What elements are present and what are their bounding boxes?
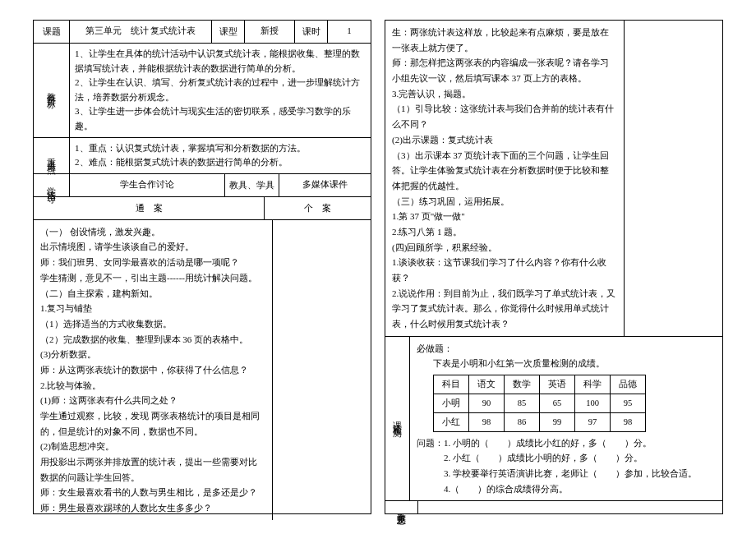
line: (3)分析数据。 [40,347,265,362]
question-4: 4.（ ）的综合成绩得分高。 [417,481,716,497]
plan-case-label: 个 案 [265,197,371,219]
plan-main-content: （一） 创设情境，激发兴趣。 出示情境图，请学生谈谈自己的爱好。 师：我们班男、… [34,220,273,520]
question-1: 问题：1. 小明的（ ）成绩比小红的好，多（ ）分。 [417,435,716,451]
cell: 97 [575,412,611,431]
score-table: 科目 语文 数学 英语 科学 品德 小明 90 85 65 100 95 [433,375,646,432]
question-3: 3. 学校要举行英语演讲比赛，老师让（ ）参加，比较合适。 [417,466,716,481]
line: 学生猜测，意见不一，引出主题------用统计解决问题。 [40,270,265,286]
line: 2.说说作用：到目前为止，我们既学习了单式统计表，又学习了复式统计表。那么，你觉… [392,286,617,332]
line: (2)出示课题：复式统计表 [392,132,617,148]
row2-name: 小红 [434,412,469,431]
period-value: 1 [328,21,371,43]
keypoint-2: 2、难点：能根据复式统计表的数据进行简单的分析。 [75,155,366,170]
line: （三）练习巩固，运用拓展。 [392,194,617,209]
line: 2.比较与体验。 [40,378,265,394]
check-content: 必做题： 下表是小明和小红第一次质量检测的成绩。 科目 语文 数学 英语 科学 … [410,337,722,501]
cell: 98 [469,412,505,431]
line: （1）引导比较：这张统计表与我们合并前的统计表有什么不同？ [392,101,617,131]
header-row: 课题 第三单元 统计 复式统计表 课型 新授 课时 1 [34,21,371,44]
keypoints-content: 1、重点：认识复式统计表，掌握填写和分析数据的方法。 2、难点：能根据复式统计表… [70,138,371,173]
th-english: 英语 [540,375,575,394]
reflect-row: 教学反思 [385,501,722,513]
line: （二）自主探索，建构新知。 [40,286,265,302]
type-label: 课型 [212,21,245,43]
method-label: 学法指导 [45,180,58,190]
cell: 99 [540,412,575,431]
reflect-label: 教学反思 [395,506,408,509]
objective-1: 1、让学生在具体的统计活动中认识复式统计表，能根据收集、整理的数据填写统计表，并… [75,47,366,76]
keypoints-label: 重点难点 [45,150,58,160]
plan-header-row: 通 案 个 案 [34,197,371,220]
lesson-plan-right: 生：两张统计表这样放，比较起来有点麻烦，要是放在一张表上就方便了。 师：那怎样把… [385,20,723,514]
check-heading: 必做题： [417,341,716,357]
lesson-plan-left: 课题 第三单元 统计 复式统计表 课型 新授 课时 1 教学目标 1、让学生在具… [33,20,371,514]
cell: 86 [505,412,540,431]
objectives-content: 1、让学生在具体的统计活动中认识复式统计表，能根据收集、整理的数据填写统计表，并… [70,44,371,137]
line: 师：我们班男、女同学最喜欢的活动是哪一项呢？ [40,255,265,270]
line: （一） 创设情境，激发兴趣。 [40,224,265,240]
line: (2)制造思想冲突。 [40,439,265,454]
plan-case-content [273,220,371,520]
th-science: 科学 [575,375,611,394]
tools-label: 教具、学具 [225,174,279,196]
th-math: 数学 [505,375,540,394]
keypoints-row: 重点难点 1、重点：认识复式统计表，掌握填写和分析数据的方法。 2、难点：能根据… [34,138,371,174]
line: 1.谈谈收获：这节课我们学习了什么内容？你有什么收获？ [392,255,617,285]
line: 学生通过观察，比较，发现 两张表格统计的项目是相同的，但是统计的对象不同，数据也… [40,408,265,439]
line: （1）选择适当的方式收集数据。 [40,316,265,332]
th-subject: 科目 [434,375,469,394]
check-subheading: 下表是小明和小红第一次质量检测的成绩。 [417,356,716,371]
line: (四)回顾所学，积累经验。 [392,240,617,255]
check-row: 课堂检测 必做题： 下表是小明和小红第一次质量检测的成绩。 科目 语文 数学 英… [385,337,722,502]
plan-main-label: 通 案 [34,197,265,219]
cell: 95 [611,394,646,412]
objectives-label: 教学目标 [45,85,58,95]
objective-3: 3、让学生进一步体会统计与现实生活的密切联系，感受学习数学的乐趣。 [75,104,366,133]
line: 用投影出示两张并排放置的统计表，提出一些需要对比数据的问题让学生回答。 [40,454,265,485]
cell: 65 [540,394,575,412]
topic-label: 课题 [34,21,70,43]
question-2: 2. 小红（ ）成绩比小明的好，多（ ）分。 [417,450,716,466]
line: 生：两张统计表这样放，比较起来有点麻烦，要是放在一张表上就方便了。 [392,25,617,55]
cell: 100 [575,394,611,412]
th-chinese: 语文 [469,375,505,394]
plan-case-cont [625,21,722,336]
objectives-row: 教学目标 1、让学生在具体的统计活动中认识复式统计表，能根据收集、整理的数据填写… [34,44,371,138]
line: 师：那怎样把这两张表的内容编成一张表呢？请各学习小组先议一议，然后填写课本 37… [392,55,617,85]
topic-value: 第三单元 统计 复式统计表 [70,21,212,43]
line: 3.完善认识，揭题。 [392,86,617,102]
line: (1)师：这两张表有什么共同之处？ [40,393,265,408]
line: 师：女生最喜欢看书的人数与男生相比，是多还是少？ [40,485,265,500]
line: 2.练习八第 1 题。 [392,224,617,240]
tools-value: 多媒体课件 [279,174,371,196]
method-row: 学法指导 学生合作讨论 教具、学具 多媒体课件 [34,174,371,197]
plan-main-continued: 生：两张统计表这样放，比较起来有点麻烦，要是放在一张表上就方便了。 师：那怎样把… [385,21,625,336]
line: 1.复习与铺垫 [40,301,265,316]
type-value: 新授 [245,21,295,43]
reflect-content [418,501,722,513]
line: 师：从这两张表统计的数据中，你获得了什么信息？ [40,362,265,378]
method-value: 学生合作讨论 [70,174,225,196]
line: （3）出示课本 37 页统计表下面的三个问题，让学生回答。让学生体验复式统计表在… [392,148,617,194]
period-label: 课时 [295,21,328,43]
line: 1.第 37 页"做一做" [392,209,617,224]
row1-name: 小明 [434,394,469,412]
line: 师：男生最喜欢踢球的人数比女生多多少？ [40,500,265,516]
plan-content-continued: 生：两张统计表这样放，比较起来有点麻烦，要是放在一张表上就方便了。 师：那怎样把… [385,21,722,337]
line: （2）完成数据的收集、整理到课本 36 页的表格中。 [40,332,265,348]
cell: 90 [469,394,505,412]
line: 出示情境图，请学生谈谈自己的爱好。 [40,239,265,255]
objective-2: 2、让学生在认识、填写、分析复式统计表的过程中，进一步理解统计方法，培养数据分析… [75,76,366,104]
cell: 98 [611,412,646,431]
th-moral: 品德 [611,375,646,394]
keypoint-1: 1、重点：认识复式统计表，掌握填写和分析数据的方法。 [75,141,366,156]
plan-content-row: （一） 创设情境，激发兴趣。 出示情境图，请学生谈谈自己的爱好。 师：我们班男、… [34,220,371,520]
cell: 85 [505,394,540,412]
check-label: 课堂检测 [391,414,403,424]
